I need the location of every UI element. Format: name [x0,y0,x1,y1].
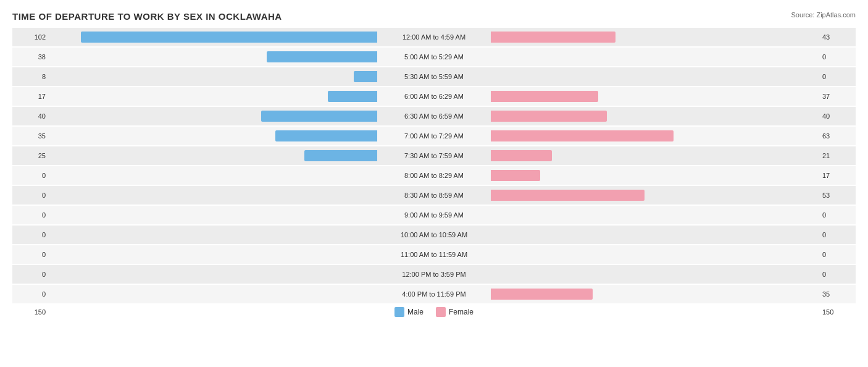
axis-left: 150 [12,308,49,316]
female-value: 0 [819,73,856,80]
male-value: 0 [12,211,49,219]
chart-row: 0 8:00 AM to 8:29 AM 17 [12,166,856,185]
bar-section: 5:00 AM to 5:29 AM [49,48,819,66]
bar-section: 11:00 AM to 11:59 AM [49,245,819,264]
female-value: 43 [819,33,856,41]
male-value: 8 [12,73,49,80]
male-value: 35 [12,132,49,140]
female-bar-container [490,229,819,240]
male-value: 102 [12,33,49,41]
time-label: 11:00 AM to 11:59 AM [378,251,490,258]
female-value: 0 [819,211,856,219]
female-bar-container [490,91,819,102]
male-bar [267,51,377,62]
chart-title: TIME OF DEPARTURE TO WORK BY SEX IN OCKL… [12,11,856,22]
bar-section: 9:00 AM to 9:59 AM [49,206,819,224]
bar-section: 12:00 AM to 4:59 AM [49,28,819,46]
male-bar-container [49,269,378,280]
chart-row: 25 7:30 AM to 7:59 AM 21 [12,146,856,165]
bar-section: 6:00 AM to 6:29 AM [49,87,819,106]
female-bar [491,150,552,161]
chart-row: 0 4:00 PM to 11:59 PM 35 [12,285,856,303]
female-value: 0 [819,53,856,61]
time-label: 4:00 PM to 11:59 PM [378,290,490,298]
female-bar-container [490,249,819,260]
time-label: 6:30 AM to 6:59 AM [378,112,490,120]
female-bar-container [490,71,819,82]
male-bar-container [49,190,378,201]
female-bar-container [490,269,819,280]
female-value: 35 [819,290,856,298]
female-bar-container [490,150,819,161]
male-bar-container [49,130,378,141]
chart-container: TIME OF DEPARTURE TO WORK BY SEX IN OCKL… [0,0,868,367]
male-value: 0 [12,290,49,298]
chart-row: 0 9:00 AM to 9:59 AM 0 [12,206,856,224]
female-bar-container [490,130,819,141]
female-bar [491,289,593,300]
female-value: 0 [819,231,856,238]
female-bar-container [490,190,819,201]
time-label: 6:00 AM to 6:29 AM [378,93,490,100]
legend-female-label: Female [449,308,474,316]
female-bar [491,130,674,141]
male-bar-container [49,170,378,181]
chart-row: 35 7:00 AM to 7:29 AM 63 [12,127,856,145]
time-label: 9:00 AM to 9:59 AM [378,211,490,219]
time-label: 7:30 AM to 7:59 AM [378,152,490,159]
legend: Male Female [49,307,819,317]
male-bar-container [49,32,378,43]
bar-section: 7:00 AM to 7:29 AM [49,127,819,145]
male-value: 40 [12,112,49,120]
chart-row: 0 8:30 AM to 8:59 AM 53 [12,186,856,205]
bar-section: 7:30 AM to 7:59 AM [49,146,819,165]
female-bar [491,32,616,43]
time-label: 8:00 AM to 8:29 AM [378,172,490,179]
male-bar [304,150,377,161]
chart-row: 38 5:00 AM to 5:29 AM 0 [12,48,856,66]
male-bar [275,130,377,141]
chart-row: 0 11:00 AM to 11:59 AM 0 [12,245,856,264]
male-bar [354,71,377,82]
time-label: 7:00 AM to 7:29 AM [378,132,490,140]
chart-row: 102 12:00 AM to 4:59 AM 43 [12,28,856,46]
axis-row: 150 Male Female 150 [12,307,856,317]
female-value: 21 [819,152,856,159]
male-bar-container [49,249,378,260]
bar-section: 6:30 AM to 6:59 AM [49,107,819,125]
bar-section: 8:00 AM to 8:29 AM [49,166,819,185]
bar-section: 12:00 PM to 3:59 PM [49,265,819,284]
male-bar-container [49,91,378,102]
female-bar-container [490,170,819,181]
female-bar-container [490,289,819,300]
female-bar [491,170,540,181]
female-bar [491,91,598,102]
legend-female-box [436,307,446,317]
legend-male-box [394,307,404,317]
male-bar-container [49,209,378,221]
female-bar [491,111,607,122]
chart-row: 0 12:00 PM to 3:59 PM 0 [12,265,856,284]
female-value: 40 [819,112,856,120]
female-bar-container [490,51,819,62]
female-bar-container [490,111,819,122]
bar-section: 10:00 AM to 10:59 AM [49,226,819,244]
legend-male-label: Male [407,308,424,316]
male-value: 38 [12,53,49,61]
chart-row: 40 6:30 AM to 6:59 AM 40 [12,107,856,125]
male-bar-container [49,229,378,240]
male-value: 25 [12,152,49,159]
female-value: 37 [819,93,856,100]
male-value: 0 [12,271,49,278]
male-bar-container [49,150,378,161]
female-value: 53 [819,192,856,199]
female-value: 0 [819,251,856,258]
male-value: 0 [12,251,49,258]
female-bar [491,190,645,201]
legend-female: Female [436,307,474,317]
male-bar-container [49,51,378,62]
male-bar-container [49,289,378,300]
axis-right: 150 [819,308,856,316]
chart-row: 8 5:30 AM to 5:59 AM 0 [12,67,856,86]
male-value: 0 [12,192,49,199]
